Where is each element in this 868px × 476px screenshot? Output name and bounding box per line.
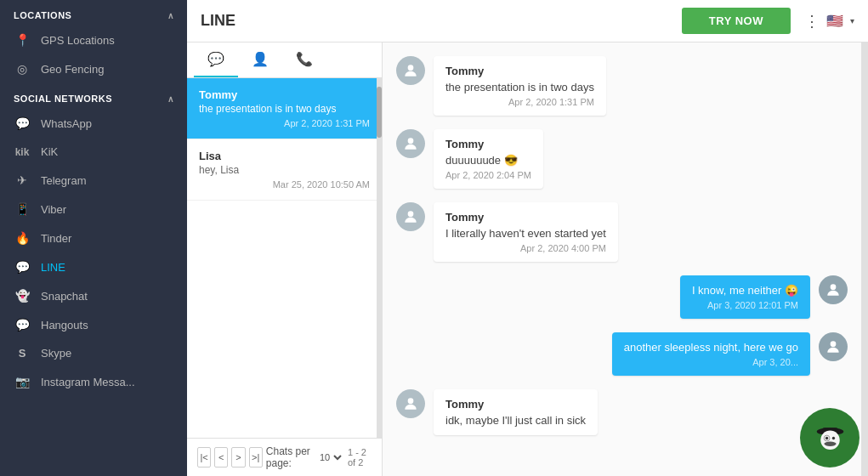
msg-text-2: duuuuuude 😎 bbox=[445, 154, 531, 167]
avatar-tommy-1 bbox=[396, 56, 425, 85]
avatar-tommy-4 bbox=[396, 389, 425, 418]
msg-card-5: another sleepless night, here we go Apr … bbox=[612, 332, 810, 376]
svg-point-5 bbox=[408, 398, 414, 404]
more-icon[interactable]: ⋮ bbox=[804, 12, 820, 31]
conv-date-lisa: Mar 25, 2020 10:50 AM bbox=[199, 179, 370, 190]
svg-point-9 bbox=[825, 436, 827, 439]
conv-name-lisa: Lisa bbox=[199, 150, 370, 162]
social-chevron-icon[interactable]: ∧ bbox=[167, 94, 174, 104]
msg-sender-3: Tommy bbox=[445, 211, 606, 224]
conv-preview-tommy: the presentation is in two days bbox=[199, 103, 370, 115]
sidebar-item-whatsapp[interactable]: 💬 WhatsApp bbox=[0, 109, 187, 138]
dropdown-arrow-icon[interactable]: ▾ bbox=[850, 16, 854, 26]
avatar-me-1 bbox=[819, 275, 848, 304]
sidebar-item-telegram[interactable]: ✈ Telegram bbox=[0, 166, 187, 195]
per-page-label: Chats per page: bbox=[266, 445, 313, 469]
msg-row-6: Tommy idk, maybe I'll just call in sick bbox=[396, 389, 848, 435]
sidebar-label-skype: Skype bbox=[41, 347, 71, 360]
calls-tab-icon: 📞 bbox=[296, 52, 313, 66]
msg-row-5: another sleepless night, here we go Apr … bbox=[396, 332, 848, 376]
contacts-tab-icon: 👤 bbox=[252, 52, 269, 66]
main-area: LINE TRY NOW ⋮ 🇺🇸 ▾ 💬 👤 📞 bbox=[187, 0, 868, 476]
msg-card-1: Tommy the presentation is in two days Ap… bbox=[434, 56, 606, 116]
social-section-title: SOCIAL NETWORKS bbox=[14, 94, 112, 104]
msg-card-6: Tommy idk, maybe I'll just call in sick bbox=[434, 389, 598, 435]
tab-calls[interactable]: 📞 bbox=[282, 42, 326, 77]
tinder-icon: 🔥 bbox=[14, 231, 31, 245]
message-pane: Tommy the presentation is in two days Ap… bbox=[383, 42, 861, 476]
topbar: LINE TRY NOW ⋮ 🇺🇸 ▾ bbox=[187, 0, 868, 42]
geo-icon: ◎ bbox=[14, 62, 31, 76]
msg-date-5: Apr 3, 20... bbox=[624, 357, 798, 367]
svg-point-4 bbox=[831, 341, 837, 347]
sidebar-item-skype[interactable]: S Skype bbox=[0, 339, 187, 367]
sidebar-section-social: SOCIAL NETWORKS ∧ 💬 WhatsApp kik KiK ✈ T… bbox=[0, 83, 187, 396]
sidebar-item-hangouts[interactable]: 💬 Hangouts bbox=[0, 310, 187, 339]
first-page-button[interactable]: |< bbox=[197, 447, 211, 468]
flag-icon: 🇺🇸 bbox=[826, 13, 843, 29]
msg-sender-2: Tommy bbox=[445, 138, 531, 150]
msg-card-3: Tommy I literally haven't even started y… bbox=[434, 202, 618, 262]
msg-row-3: Tommy I literally haven't even started y… bbox=[396, 202, 848, 262]
sidebar-item-viber[interactable]: 📱 Viber bbox=[0, 195, 187, 224]
sidebar-label-snapchat: Snapchat bbox=[41, 290, 88, 303]
tab-messages[interactable]: 💬 bbox=[194, 42, 238, 77]
msg-row-4: I know, me neither 😜 Apr 3, 2020 12:01 P… bbox=[396, 275, 848, 319]
hangouts-icon: 💬 bbox=[14, 318, 31, 332]
sidebar-section-locations: LOCATIONS ∧ 📍 GPS Locations ◎ Geo Fencin… bbox=[0, 0, 187, 83]
msg-date-3: Apr 2, 2020 4:00 PM bbox=[445, 243, 606, 253]
svg-point-10 bbox=[831, 436, 834, 439]
conv-pagination: |< < > >| Chats per page: 10 25 1 - 2 of… bbox=[187, 438, 382, 476]
msg-sender-1: Tommy bbox=[445, 65, 594, 77]
sidebar-item-geo-fencing[interactable]: ◎ Geo Fencing bbox=[0, 54, 187, 83]
per-page-select[interactable]: 10 25 bbox=[316, 451, 344, 463]
msg-card-2: Tommy duuuuuude 😎 Apr 2, 2020 2:04 PM bbox=[434, 129, 543, 189]
page-title: LINE bbox=[201, 12, 235, 30]
kik-icon: kik bbox=[14, 146, 31, 158]
sidebar-item-instagram[interactable]: 📷 Instagram Messa... bbox=[0, 367, 187, 396]
sidebar-label-line: LINE bbox=[41, 261, 65, 274]
sidebar-label-hangouts: Hangouts bbox=[41, 319, 88, 332]
scrollbar-track[interactable] bbox=[377, 78, 382, 438]
sidebar-label-telegram: Telegram bbox=[41, 174, 86, 187]
svg-point-3 bbox=[831, 284, 837, 290]
sidebar-item-tinder[interactable]: 🔥 Tinder bbox=[0, 224, 187, 252]
telegram-icon: ✈ bbox=[14, 173, 31, 187]
next-page-button[interactable]: > bbox=[231, 447, 245, 468]
conv-item-tommy[interactable]: Tommy the presentation is in two days Ap… bbox=[187, 78, 382, 139]
msg-date-1: Apr 2, 2020 1:31 PM bbox=[445, 97, 594, 107]
sidebar-label-whatsapp: WhatsApp bbox=[41, 117, 92, 130]
locations-chevron-icon[interactable]: ∧ bbox=[167, 11, 174, 20]
skype-icon: S bbox=[14, 347, 31, 360]
scrollbar-thumb[interactable] bbox=[377, 87, 382, 138]
bot-avatar[interactable] bbox=[800, 408, 859, 468]
snapchat-icon: 👻 bbox=[14, 289, 31, 303]
last-page-button[interactable]: >| bbox=[249, 447, 263, 468]
sidebar-label-geo: Geo Fencing bbox=[41, 63, 104, 76]
right-scrollbar[interactable] bbox=[861, 42, 868, 476]
msg-card-4: I know, me neither 😜 Apr 3, 2020 12:01 P… bbox=[680, 275, 810, 319]
svg-point-8 bbox=[820, 430, 840, 450]
sidebar-item-snapchat[interactable]: 👻 Snapchat bbox=[0, 281, 187, 310]
topbar-icons: ⋮ 🇺🇸 ▾ bbox=[804, 12, 854, 31]
avatar-me-2 bbox=[819, 332, 848, 361]
svg-point-2 bbox=[408, 211, 414, 217]
conversation-pane: 💬 👤 📞 Tommy the presentation is in two d… bbox=[187, 42, 383, 476]
sidebar-item-kik[interactable]: kik KiK bbox=[0, 138, 187, 166]
sidebar-item-line[interactable]: 💬 LINE bbox=[0, 252, 187, 281]
locations-section-title: LOCATIONS bbox=[14, 10, 71, 20]
avatar-tommy-2 bbox=[396, 129, 425, 158]
conv-item-lisa[interactable]: Lisa hey, Lisa Mar 25, 2020 10:50 AM bbox=[187, 139, 382, 201]
conv-preview-lisa: hey, Lisa bbox=[199, 164, 370, 176]
msg-text-5: another sleepless night, here we go bbox=[624, 341, 798, 354]
sidebar-label-gps: GPS Locations bbox=[41, 34, 115, 47]
conv-name-tommy: Tommy bbox=[199, 88, 370, 101]
prev-page-button[interactable]: < bbox=[214, 447, 228, 468]
msg-text-4: I know, me neither 😜 bbox=[692, 284, 798, 297]
try-now-button[interactable]: TRY NOW bbox=[682, 8, 791, 34]
conversation-list: Tommy the presentation is in two days Ap… bbox=[187, 78, 382, 438]
msg-date-2: Apr 2, 2020 2:04 PM bbox=[445, 170, 531, 180]
sidebar-item-gps-locations[interactable]: 📍 GPS Locations bbox=[0, 26, 187, 54]
gps-icon: 📍 bbox=[14, 33, 31, 47]
tab-contacts[interactable]: 👤 bbox=[238, 42, 282, 77]
